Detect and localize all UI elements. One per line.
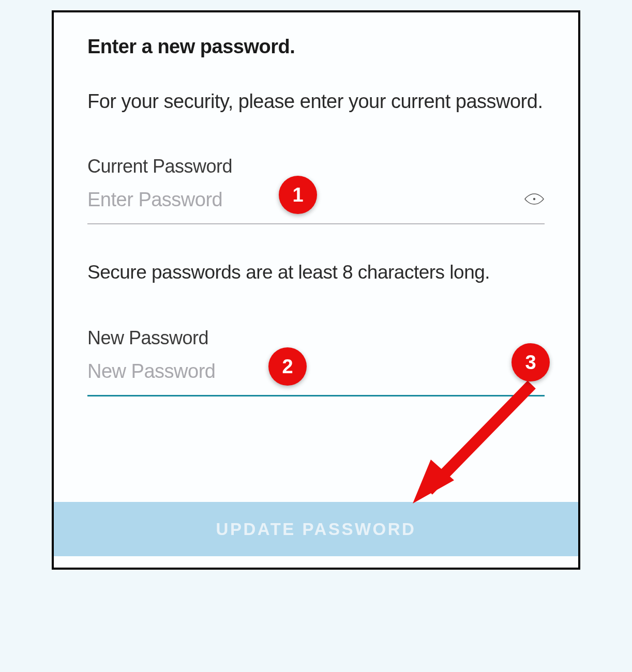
current-password-field-group: Current Password 1 [87, 156, 545, 224]
annotation-marker-1: 1 [279, 176, 317, 214]
instruction-text: For your security, please enter your cur… [87, 89, 545, 114]
svg-point-0 [533, 198, 535, 200]
password-change-form: Enter a new password. For your security,… [52, 10, 580, 570]
current-password-row: 1 [87, 189, 545, 224]
annotation-marker-2: 2 [268, 347, 307, 386]
eye-icon[interactable] [524, 193, 545, 207]
new-password-label: New Password [87, 327, 545, 349]
current-password-label: Current Password [87, 156, 545, 177]
annotation-arrow-icon [402, 379, 547, 514]
page-title: Enter a new password. [87, 36, 545, 58]
password-hint: Secure passwords are at least 8 characte… [87, 262, 545, 283]
annotation-marker-3: 3 [511, 343, 550, 381]
